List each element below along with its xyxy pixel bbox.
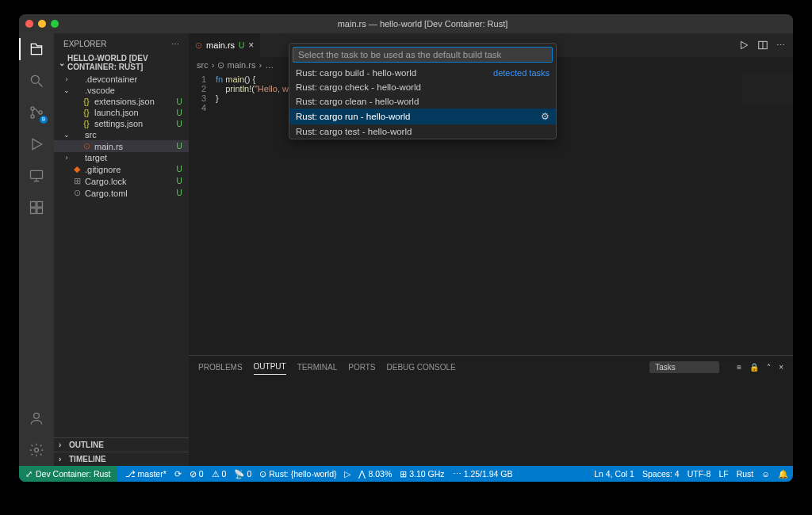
git-status: U bbox=[174, 97, 184, 106]
run-target[interactable]: ⊙Rust: {hello-world} bbox=[259, 469, 336, 479]
explorer-icon[interactable] bbox=[27, 40, 46, 59]
maximize-window-button[interactable] bbox=[51, 20, 59, 28]
file-tree-item[interactable]: ⊙Cargo.tomlU bbox=[54, 187, 189, 199]
memory-usage[interactable]: ⋯1.25/1.94 GB bbox=[453, 469, 513, 479]
filter-icon[interactable]: ≡ bbox=[737, 363, 741, 372]
file-tree-item[interactable]: ◆.gitignoreU bbox=[54, 163, 189, 175]
notifications-icon[interactable]: 🔔 bbox=[778, 469, 788, 479]
titlebar: main.rs — hello-world [Dev Container: Ru… bbox=[19, 14, 793, 33]
quick-pick-input[interactable]: Select the task to be used as the defaul… bbox=[293, 47, 553, 63]
sidebar: EXPLORER ⋯ ⌄ HELLO-WORLD [DEV CONTAINER:… bbox=[54, 33, 189, 466]
panel-tabs: PROBLEMSOUTPUTTERMINALPORTSDEBUG CONSOLE… bbox=[189, 356, 793, 378]
file-icon: {} bbox=[81, 97, 92, 106]
timeline-section-header[interactable]: › TIMELINE bbox=[54, 452, 189, 466]
warning-icon: ⚠ bbox=[212, 469, 220, 479]
detected-tasks-label: detected tasks bbox=[493, 68, 550, 78]
quick-pick-item[interactable]: Rust: cargo check - hello-world bbox=[289, 80, 556, 94]
source-control-icon[interactable]: 9 bbox=[27, 103, 46, 122]
status-bar: ⤢ Dev Container: Rust ⎇ master* ⟳ ⊘0 ⚠0 … bbox=[19, 466, 793, 482]
file-icon: {} bbox=[81, 119, 92, 128]
file-tree-item[interactable]: ⌄src bbox=[54, 129, 189, 140]
run-debug-icon[interactable] bbox=[27, 135, 46, 154]
file-icon: {} bbox=[81, 108, 92, 117]
run-icon[interactable] bbox=[738, 40, 749, 51]
sidebar-more-icon[interactable]: ⋯ bbox=[171, 40, 179, 48]
svg-rect-6 bbox=[31, 170, 43, 178]
breadcrumb-segment[interactable]: src bbox=[197, 60, 209, 70]
tab-close-icon[interactable]: × bbox=[248, 40, 254, 51]
minimize-window-button[interactable] bbox=[38, 20, 46, 28]
cpu-usage[interactable]: ⋀8.03% bbox=[358, 469, 392, 479]
search-icon[interactable] bbox=[27, 71, 46, 90]
gear-icon[interactable]: ⚙ bbox=[541, 111, 550, 122]
file-tree-item[interactable]: ⊞Cargo.lockU bbox=[54, 175, 189, 187]
quick-pick-item[interactable]: Rust: cargo test - hello-world bbox=[289, 124, 556, 139]
outline-section-header[interactable]: › OUTLINE bbox=[54, 437, 189, 452]
problems-warnings[interactable]: ⚠0 bbox=[212, 469, 227, 479]
file-label: src bbox=[85, 130, 174, 139]
panel-maximize-icon[interactable]: ˄ bbox=[767, 363, 771, 372]
eol[interactable]: LF bbox=[718, 469, 728, 479]
git-branch[interactable]: ⎇ master* bbox=[125, 469, 167, 479]
radio-icon: 📡 bbox=[234, 469, 244, 479]
file-label: Cargo.toml bbox=[85, 189, 174, 198]
file-tree-item[interactable]: {}launch.jsonU bbox=[54, 107, 189, 118]
file-tree-item[interactable]: ⊙main.rsU bbox=[54, 140, 189, 152]
file-tree-item[interactable]: ›.devcontainer bbox=[54, 74, 189, 85]
project-section-header[interactable]: ⌄ HELLO-WORLD [DEV CONTAINER: RUST] bbox=[54, 52, 189, 74]
pulse-icon: ⋀ bbox=[358, 469, 366, 479]
svg-point-4 bbox=[39, 111, 42, 114]
breadcrumb-segment[interactable]: … bbox=[265, 60, 274, 70]
git-status: U bbox=[174, 177, 184, 185]
file-tree-item[interactable]: {}extensions.jsonU bbox=[54, 96, 189, 107]
quick-pick-label: Rust: cargo build - hello-world bbox=[296, 68, 493, 78]
panel-tab-debug-console[interactable]: DEBUG CONSOLE bbox=[387, 360, 456, 375]
svg-point-2 bbox=[31, 107, 34, 110]
panel-close-icon[interactable]: × bbox=[779, 363, 783, 372]
file-tree-item[interactable]: ›target bbox=[54, 152, 189, 163]
file-tree-item[interactable]: {}settings.jsonU bbox=[54, 118, 189, 129]
cursor-position[interactable]: Ln 4, Col 1 bbox=[594, 469, 634, 479]
problems-errors[interactable]: ⊘0 bbox=[190, 469, 204, 479]
encoding[interactable]: UTF-8 bbox=[688, 469, 711, 479]
settings-gear-icon[interactable] bbox=[27, 441, 46, 460]
extensions-icon[interactable] bbox=[27, 198, 46, 217]
outline-label: OUTLINE bbox=[69, 441, 104, 449]
chevron-right-icon: › bbox=[59, 455, 67, 464]
remote-explorer-icon[interactable] bbox=[27, 166, 46, 185]
output-channel-select[interactable]: Tasks bbox=[649, 361, 719, 373]
remote-icon: ⤢ bbox=[25, 469, 33, 479]
lock-scroll-icon[interactable]: 🔒 bbox=[749, 363, 759, 372]
cpu-clock[interactable]: ⊞3.10 GHz bbox=[400, 469, 444, 479]
file-tree-item[interactable]: ⌄.vscode bbox=[54, 85, 189, 96]
remote-indicator[interactable]: ⤢ Dev Container: Rust bbox=[19, 466, 117, 482]
split-editor-icon[interactable] bbox=[757, 40, 768, 51]
debug-start[interactable]: ▷ bbox=[344, 469, 350, 479]
chevron-icon: › bbox=[62, 75, 71, 83]
editor-more-icon[interactable]: ⋯ bbox=[776, 40, 785, 51]
close-window-button[interactable] bbox=[25, 20, 33, 28]
quick-pick: Select the task to be used as the defaul… bbox=[289, 43, 557, 139]
forwarded-ports[interactable]: 📡0 bbox=[234, 469, 251, 479]
minimap[interactable] bbox=[742, 73, 793, 105]
sync-button[interactable]: ⟳ bbox=[174, 469, 182, 479]
account-icon[interactable] bbox=[27, 409, 46, 428]
panel-tab-output[interactable]: OUTPUT bbox=[254, 359, 286, 375]
indentation[interactable]: Spaces: 4 bbox=[642, 469, 680, 479]
panel-tab-problems[interactable]: PROBLEMS bbox=[198, 360, 243, 375]
language-mode[interactable]: Rust bbox=[737, 469, 754, 479]
panel-tab-terminal[interactable]: TERMINAL bbox=[297, 360, 338, 375]
ellipsis-icon: ⋯ bbox=[453, 469, 462, 479]
panel-tab-ports[interactable]: PORTS bbox=[348, 360, 375, 375]
quick-pick-item[interactable]: Rust: cargo run - hello-world⚙ bbox=[289, 109, 556, 124]
breadcrumb-segment[interactable]: ⊙ main.rs bbox=[217, 60, 255, 71]
tab-label: main.rs bbox=[206, 40, 235, 50]
quick-pick-item[interactable]: Rust: cargo build - hello-worlddetected … bbox=[289, 66, 556, 80]
quick-pick-label: Rust: cargo check - hello-world bbox=[296, 82, 550, 92]
feedback-icon[interactable]: ☺ bbox=[761, 469, 770, 479]
tab-main-rs[interactable]: ⊙ main.rs U × bbox=[189, 33, 261, 57]
chevron-down-icon: ⌄ bbox=[59, 59, 65, 67]
quick-pick-item[interactable]: Rust: cargo clean - hello-world bbox=[289, 94, 556, 109]
window-title: main.rs — hello-world [Dev Container: Ru… bbox=[59, 19, 787, 29]
quick-pick-label: Rust: cargo test - hello-world bbox=[296, 127, 550, 136]
